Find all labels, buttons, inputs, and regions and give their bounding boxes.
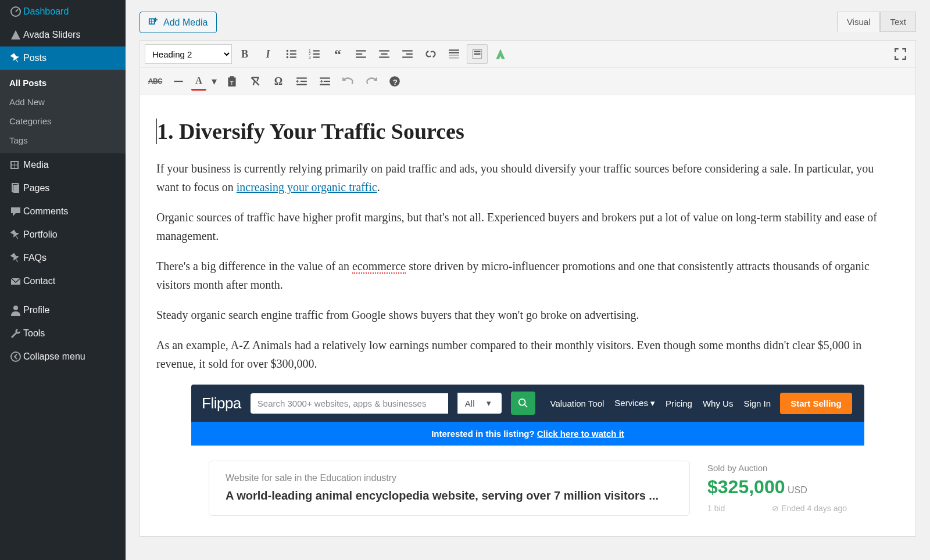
bullet-list-button[interactable] bbox=[281, 44, 302, 64]
svg-point-6 bbox=[11, 352, 20, 361]
link-button[interactable] bbox=[420, 44, 441, 64]
pin-icon bbox=[8, 229, 23, 240]
svg-rect-30 bbox=[449, 52, 459, 53]
sidebar-item-comments[interactable]: Comments bbox=[0, 200, 126, 223]
content-paragraph: Steady organic search engine traffic fro… bbox=[156, 306, 899, 324]
sidebar-item-tools[interactable]: Tools bbox=[0, 322, 126, 345]
text-color-button[interactable]: A bbox=[191, 73, 206, 91]
italic-button[interactable]: I bbox=[257, 44, 278, 64]
svg-point-5 bbox=[13, 306, 18, 310]
text-color-dropdown[interactable]: ▾ bbox=[209, 71, 219, 91]
sidebar-item-pages[interactable]: Pages bbox=[0, 177, 126, 200]
flippa-watch-link: Click here to watch it bbox=[537, 429, 624, 439]
svg-rect-21 bbox=[356, 53, 362, 55]
admin-sidebar: Dashboard Avada Sliders Posts All Posts … bbox=[0, 0, 126, 560]
sidebar-item-contact[interactable]: Contact bbox=[0, 270, 126, 293]
svg-rect-35 bbox=[474, 53, 481, 55]
outdent-button[interactable] bbox=[291, 71, 312, 91]
flippa-listing-category: Website for sale in the Education indust… bbox=[226, 473, 673, 483]
svg-rect-23 bbox=[379, 50, 389, 51]
sidebar-item-posts[interactable]: Posts bbox=[0, 46, 126, 70]
sidebar-sub-add-new[interactable]: Add New bbox=[0, 92, 126, 112]
tab-text[interactable]: Text bbox=[880, 12, 916, 32]
flippa-sold-label: Sold by Auction bbox=[707, 463, 847, 473]
svg-rect-15 bbox=[313, 50, 320, 51]
numbered-list-button[interactable]: 123 bbox=[304, 44, 325, 64]
svg-rect-11 bbox=[290, 53, 296, 55]
toolbar-toggle-button[interactable] bbox=[467, 44, 488, 64]
svg-point-12 bbox=[287, 56, 289, 59]
svg-rect-34 bbox=[474, 51, 481, 52]
svg-rect-9 bbox=[290, 50, 296, 51]
sidebar-sub-tags[interactable]: Tags bbox=[0, 131, 126, 150]
flippa-search-input: Search 3000+ websites, apps & businesses bbox=[251, 393, 448, 414]
sidebar-label: Contact bbox=[23, 276, 55, 286]
horizontal-rule-button[interactable] bbox=[168, 71, 189, 91]
insert-more-button[interactable] bbox=[443, 44, 464, 64]
sidebar-label: Posts bbox=[23, 53, 46, 63]
tab-visual[interactable]: Visual bbox=[837, 12, 881, 32]
svg-rect-40 bbox=[296, 77, 307, 78]
svg-rect-41 bbox=[301, 81, 307, 82]
clear-formatting-button[interactable] bbox=[245, 71, 266, 91]
paste-text-button[interactable]: T bbox=[221, 71, 242, 91]
undo-button[interactable] bbox=[338, 71, 359, 91]
svg-rect-28 bbox=[402, 56, 413, 58]
svg-rect-44 bbox=[324, 81, 330, 82]
bold-button[interactable]: B bbox=[234, 44, 255, 64]
svg-point-10 bbox=[287, 53, 289, 55]
svg-rect-31 bbox=[449, 55, 459, 56]
sidebar-sub-all-posts[interactable]: All Posts bbox=[0, 73, 126, 92]
indent-button[interactable] bbox=[314, 71, 335, 91]
svg-rect-32 bbox=[449, 58, 459, 59]
add-media-label: Add Media bbox=[163, 17, 208, 28]
sidebar-item-profile[interactable]: Profile bbox=[0, 299, 126, 322]
spellcheck-error: ecommerce bbox=[352, 260, 406, 274]
align-left-button[interactable] bbox=[350, 44, 371, 64]
align-right-button[interactable] bbox=[397, 44, 418, 64]
pin-icon bbox=[8, 252, 23, 264]
svg-rect-27 bbox=[406, 53, 413, 55]
svg-rect-20 bbox=[356, 50, 366, 51]
wrench-icon bbox=[8, 328, 23, 339]
fullscreen-button[interactable] bbox=[890, 44, 911, 64]
sidebar-item-dashboard[interactable]: Dashboard bbox=[0, 0, 126, 23]
mail-icon bbox=[8, 275, 23, 287]
strikethrough-button[interactable]: ABC bbox=[145, 71, 166, 91]
editor-content[interactable]: 1. Diversify Your Traffic Sources If you… bbox=[140, 95, 916, 537]
comment-icon bbox=[8, 206, 23, 217]
help-button[interactable]: ? bbox=[384, 71, 405, 91]
sidebar-item-media[interactable]: Media bbox=[0, 153, 126, 177]
svg-rect-45 bbox=[320, 84, 330, 85]
add-media-button[interactable]: Add Media bbox=[140, 12, 217, 33]
format-select[interactable]: Heading 2 bbox=[145, 44, 232, 64]
chevron-down-icon: ▾ bbox=[650, 398, 655, 408]
blockquote-button[interactable]: “ bbox=[327, 44, 348, 64]
svg-rect-13 bbox=[290, 56, 296, 58]
sidebar-item-portfolio[interactable]: Portfolio bbox=[0, 223, 126, 246]
special-char-button[interactable]: Ω bbox=[268, 71, 289, 91]
sidebar-item-avada-sliders[interactable]: Avada Sliders bbox=[0, 23, 126, 46]
svg-rect-22 bbox=[356, 56, 366, 58]
sidebar-item-faqs[interactable]: FAQs bbox=[0, 246, 126, 270]
svg-point-8 bbox=[287, 50, 289, 52]
editor-tabs: Visual Text bbox=[837, 12, 916, 32]
sidebar-sub-categories[interactable]: Categories bbox=[0, 112, 126, 131]
svg-rect-38 bbox=[230, 76, 234, 78]
sidebar-item-collapse[interactable]: Collapse menu bbox=[0, 345, 126, 368]
align-center-button[interactable] bbox=[374, 44, 395, 64]
sidebar-label: Portfolio bbox=[23, 229, 58, 240]
sidebar-label: Media bbox=[23, 160, 49, 170]
content-paragraph: There's a big difference in the value of… bbox=[156, 257, 899, 294]
flippa-listing-card: Website for sale in the Education indust… bbox=[209, 461, 690, 516]
flippa-nav-pricing: Pricing bbox=[666, 399, 692, 408]
content-link-organic-traffic[interactable]: increasing your organic traffic bbox=[237, 181, 377, 193]
redo-button[interactable] bbox=[361, 71, 382, 91]
content-paragraph: As an example, A-Z Animals had a relativ… bbox=[156, 336, 899, 373]
flippa-search-button bbox=[511, 392, 535, 415]
svg-rect-29 bbox=[449, 49, 459, 51]
sidebar-label: Comments bbox=[23, 206, 68, 217]
flippa-nav-signin: Sign In bbox=[743, 399, 771, 408]
avada-builder-button[interactable] bbox=[490, 44, 511, 64]
svg-rect-19 bbox=[313, 56, 320, 58]
